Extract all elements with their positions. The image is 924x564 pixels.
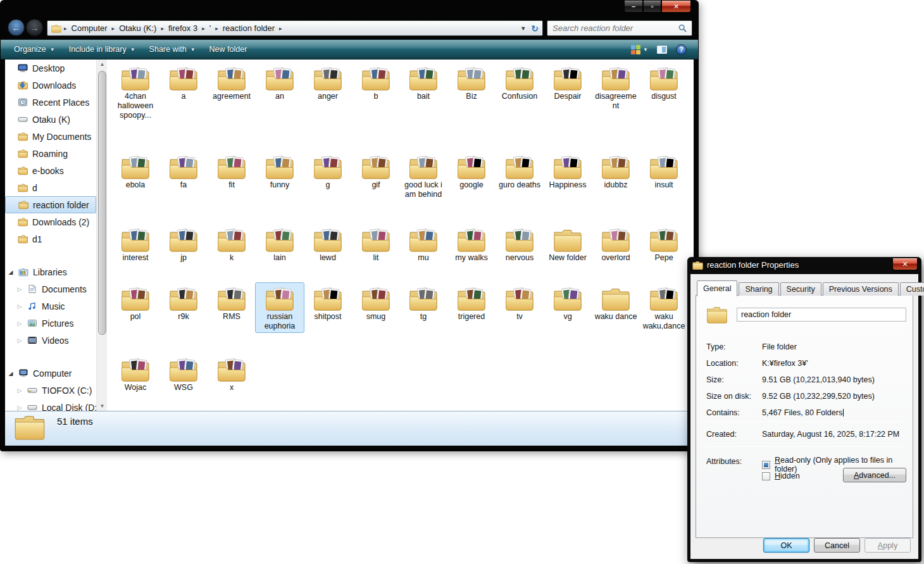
tab-customize[interactable]: Customize: [900, 282, 924, 296]
sidebar-item-videos[interactable]: ▷Videos: [5, 332, 96, 349]
expander-icon[interactable]: ◢: [8, 370, 14, 377]
sidebar-item-my-documents[interactable]: My Documents: [5, 128, 96, 145]
tab-previous-versions[interactable]: Previous Versions: [823, 282, 899, 296]
address-bar[interactable]: ▸Computer▸Otaku (K:)▸firefox 3▸'▸reactio…: [47, 20, 543, 36]
folder-item-wojac[interactable]: Wojac: [111, 353, 160, 394]
sidebar-item-d1[interactable]: d1: [5, 230, 96, 248]
cancel-button[interactable]: Cancel: [814, 538, 860, 553]
toolbar-button-organize[interactable]: Organize▼: [7, 42, 62, 56]
dialog-close-button[interactable]: ✕: [892, 258, 918, 270]
folder-item-lewd[interactable]: lewd: [303, 223, 353, 265]
readonly-checkbox[interactable]: [762, 461, 770, 469]
sidebar-item-downloads-2-[interactable]: Downloads (2): [5, 213, 96, 230]
preview-pane-icon[interactable]: [657, 46, 667, 54]
expander-icon[interactable]: ▷: [16, 286, 23, 292]
forward-button[interactable]: →: [26, 19, 43, 36]
folder-item-r9k[interactable]: r9k: [159, 282, 208, 323]
breadcrumb-segment[interactable]: Computer: [70, 23, 109, 33]
scroll-up-icon[interactable]: ▲: [98, 61, 106, 67]
toolbar-button-include-in-library[interactable]: Include in library▼: [62, 42, 142, 56]
sidebar-item-desktop[interactable]: Desktop: [5, 60, 96, 77]
scroll-down-icon[interactable]: ▼: [98, 403, 106, 409]
breadcrumb-segment[interactable]: ': [208, 23, 213, 33]
folder-item-x[interactable]: x: [207, 353, 256, 394]
sidebar-item-reaction-folder[interactable]: reaction folder: [5, 196, 96, 213]
folder-item-jp[interactable]: jp: [159, 223, 208, 265]
folder-item-confusion[interactable]: Confusion: [495, 62, 544, 103]
tab-general[interactable]: General: [697, 280, 737, 296]
hidden-checkbox[interactable]: [762, 472, 770, 480]
folder-item-biz[interactable]: Biz: [447, 62, 496, 103]
expander-icon[interactable]: ◢: [8, 269, 14, 275]
folder-item-russian-euphoria[interactable]: russian euphoria: [255, 282, 304, 333]
sidebar-item-e-books[interactable]: e-books: [5, 162, 96, 179]
expander-icon[interactable]: ▷: [16, 303, 23, 310]
sidebar-item-music[interactable]: ▷Music: [5, 298, 96, 315]
sidebar-section-computer[interactable]: ◢Computer: [5, 365, 96, 382]
sidebar-item-d[interactable]: d: [5, 179, 96, 196]
sidebar-scrollbar[interactable]: ▲ ▼: [96, 60, 107, 411]
folder-item-mu[interactable]: mu: [399, 223, 448, 265]
close-button[interactable]: ✕: [661, 1, 691, 13]
folder-item-happiness[interactable]: Happiness: [543, 151, 592, 192]
sidebar-item-tiofox-c-[interactable]: ▷TIOFOX (C:): [5, 382, 96, 399]
folder-item-overlord[interactable]: overlord: [591, 223, 640, 265]
folder-name-input[interactable]: reaction folder: [737, 308, 906, 322]
folder-item-ebola[interactable]: ebola: [111, 151, 160, 192]
folder-item-fit[interactable]: fit: [207, 151, 256, 192]
expander-icon[interactable]: ▷: [16, 337, 23, 344]
folder-item-my-walks[interactable]: my walks: [447, 223, 496, 265]
advanced-button[interactable]: Advanced...: [843, 468, 906, 482]
folder-item-wsg[interactable]: WSG: [159, 353, 208, 394]
folder-item-tv[interactable]: tv: [495, 282, 544, 323]
breadcrumb-segment[interactable]: firefox 3: [166, 23, 199, 33]
minimize-button[interactable]: –: [624, 1, 643, 13]
folder-item-idubbz[interactable]: idubbz: [591, 151, 640, 192]
sidebar-item-recent-places[interactable]: Recent Places: [5, 94, 96, 111]
tab-security[interactable]: Security: [780, 282, 821, 296]
address-dropdown-icon[interactable]: ▼: [520, 25, 526, 32]
toolbar-button-new-folder[interactable]: New folder: [203, 42, 254, 56]
breadcrumb-segment[interactable]: reaction folder: [221, 23, 277, 33]
folder-item-a[interactable]: a: [159, 62, 208, 103]
folder-item-pepe[interactable]: Pepe: [639, 223, 689, 265]
folder-item-insult[interactable]: insult: [639, 151, 689, 192]
sidebar-item-roaming[interactable]: Roaming: [5, 145, 96, 162]
folder-item-lain[interactable]: lain: [255, 223, 304, 265]
folder-item-gif[interactable]: gif: [351, 151, 401, 192]
expander-icon[interactable]: ▷: [16, 387, 23, 394]
folder-item-bait[interactable]: bait: [399, 62, 448, 103]
search-icon[interactable]: [678, 24, 687, 32]
folder-item-b[interactable]: b: [351, 62, 401, 103]
folder-item-lit[interactable]: lit: [351, 223, 401, 265]
folder-item-good-luck-i-am-behind[interactable]: good luck i am behind: [399, 151, 448, 201]
folder-item-trigered[interactable]: trigered: [447, 282, 496, 323]
sidebar-item-local-disk-d-[interactable]: ▷Local Disk (D:): [5, 399, 96, 411]
folder-item-k[interactable]: k: [207, 223, 256, 265]
expander-icon[interactable]: ▷: [16, 320, 23, 327]
folder-item-despair[interactable]: Despair: [543, 62, 592, 103]
scrollbar-thumb[interactable]: [98, 71, 106, 335]
folder-item-vg[interactable]: vg: [543, 282, 592, 323]
folder-item-tg[interactable]: tg: [399, 282, 448, 323]
tab-sharing[interactable]: Sharing: [739, 282, 778, 296]
folder-item-rms[interactable]: RMS: [207, 282, 256, 323]
search-input[interactable]: [553, 23, 678, 33]
folder-item-nervous[interactable]: nervous: [495, 223, 544, 265]
sidebar-section-libraries[interactable]: ◢Libraries: [5, 263, 96, 280]
expander-icon[interactable]: ▷: [16, 404, 23, 411]
folder-item-disgust[interactable]: disgust: [639, 62, 689, 103]
folder-item-an[interactable]: an: [255, 62, 304, 103]
help-icon[interactable]: ?: [676, 44, 687, 55]
breadcrumb-segment[interactable]: Otaku (K:): [117, 23, 158, 33]
folder-item-interest[interactable]: interest: [111, 223, 160, 265]
sidebar-item-documents[interactable]: ▷Documents: [5, 280, 96, 298]
folder-item-google[interactable]: google: [447, 151, 496, 192]
toolbar-button-share-with[interactable]: Share with▼: [142, 42, 203, 56]
apply-button[interactable]: Apply: [865, 538, 911, 553]
folder-item-new-folder[interactable]: New folder: [543, 223, 592, 265]
views-button[interactable]: ▼: [631, 45, 648, 54]
folder-item-anger[interactable]: anger: [303, 62, 353, 103]
maximize-button[interactable]: ▫: [643, 1, 661, 13]
folder-item-funny[interactable]: funny: [255, 151, 304, 192]
